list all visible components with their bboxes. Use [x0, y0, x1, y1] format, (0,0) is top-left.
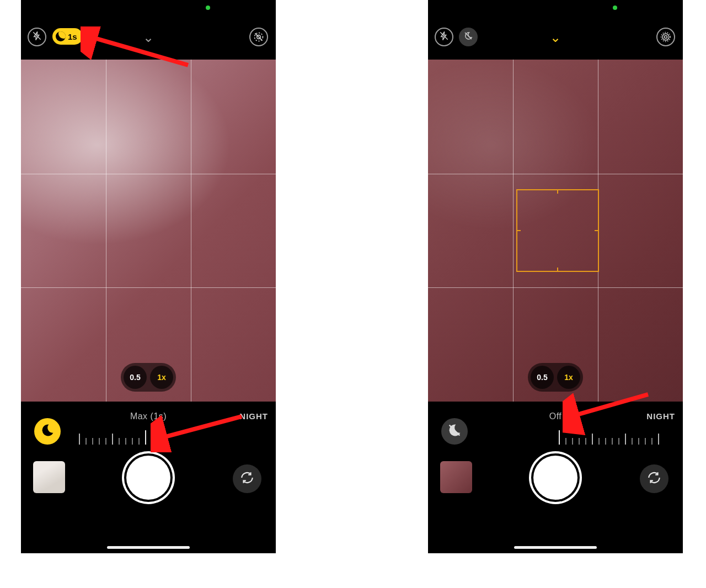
phone-left: 1s ⌄ 0.5	[21, 0, 276, 553]
viewfinder-background	[21, 60, 276, 402]
grid-line	[513, 60, 514, 402]
viewfinder-right[interactable]: 0.5 1x	[428, 60, 683, 402]
zoom-tray: 0.5 1x	[121, 363, 176, 392]
night-mode-toggle[interactable]	[441, 418, 468, 445]
zoom-wide-label: 0.5	[130, 373, 140, 382]
zoom-wide-button[interactable]: 0.5	[531, 366, 554, 389]
phone-right: ⌄ 0.5	[428, 0, 683, 553]
switch-camera-icon	[647, 471, 661, 487]
camera-mode-label[interactable]: NIGHT	[646, 411, 675, 421]
comparison-stage: 1s ⌄ 0.5	[21, 0, 685, 553]
flash-off-icon	[32, 31, 42, 43]
grid-line	[106, 60, 106, 402]
grid-line	[428, 174, 683, 174]
svg-line-3	[255, 33, 262, 40]
night-mode-slider[interactable]	[556, 428, 683, 445]
viewfinder-left[interactable]: 0.5 1x	[21, 60, 276, 402]
top-toolbar-left: 1s ⌄	[21, 21, 276, 49]
night-mode-duration: 1s	[68, 32, 77, 41]
night-mode-status: Max (1s)	[130, 411, 167, 421]
live-photo-icon	[660, 31, 671, 42]
controls-chevron[interactable]: ⌄	[143, 31, 154, 44]
live-photo-off-icon	[253, 31, 264, 42]
chevron-down-icon: ⌄	[143, 30, 154, 45]
grid-line	[21, 174, 276, 174]
night-mode-icon	[40, 423, 55, 440]
moon-icon	[56, 31, 66, 41]
night-mode-duration-badge[interactable]: 1s	[52, 28, 83, 45]
live-photo-button[interactable]	[656, 28, 675, 46]
camera-mode-label[interactable]: NIGHT	[239, 411, 268, 421]
flash-off-button[interactable]	[435, 28, 453, 46]
mode-bar: Max (1s) NIGHT	[21, 402, 276, 446]
zoom-wide-label: 0.5	[537, 373, 547, 382]
focus-indicator[interactable]	[516, 189, 599, 272]
switch-camera-button[interactable]	[233, 464, 261, 493]
chevron-down-icon: ⌄	[550, 30, 561, 45]
grid-line	[21, 287, 276, 288]
controls-chevron[interactable]: ⌄	[550, 31, 561, 44]
mode-bar: Off NIGHT	[428, 402, 683, 446]
night-mode-status: Off	[549, 411, 562, 421]
zoom-tray: 0.5 1x	[528, 363, 583, 392]
switch-camera-button[interactable]	[640, 464, 668, 493]
flash-off-button[interactable]	[28, 28, 46, 46]
bottom-controls	[21, 446, 276, 523]
switch-camera-icon	[240, 471, 254, 487]
home-indicator[interactable]	[107, 546, 190, 549]
bottom-controls	[428, 446, 683, 523]
top-toolbar-right: ⌄	[428, 21, 683, 49]
shutter-button[interactable]	[533, 456, 577, 500]
grid-line	[191, 60, 191, 402]
zoom-wide-button[interactable]: 0.5	[124, 366, 147, 389]
grid-line	[428, 287, 683, 288]
svg-point-7	[662, 34, 669, 40]
zoom-main-label: 1x	[564, 373, 573, 382]
photo-thumbnail[interactable]	[440, 461, 472, 493]
night-mode-off-button[interactable]	[459, 28, 478, 46]
zoom-main-button[interactable]: 1x	[557, 366, 580, 389]
night-mode-icon	[447, 423, 462, 440]
night-mode-off-icon	[463, 31, 473, 43]
night-mode-toggle[interactable]	[34, 418, 61, 445]
camera-active-indicator	[613, 6, 617, 10]
home-indicator[interactable]	[514, 546, 597, 549]
zoom-main-label: 1x	[157, 373, 166, 382]
night-mode-slider[interactable]	[76, 428, 220, 445]
photo-thumbnail[interactable]	[33, 461, 65, 493]
camera-active-indicator	[206, 6, 210, 10]
svg-point-6	[665, 36, 667, 39]
shutter-button[interactable]	[126, 456, 170, 500]
zoom-main-button[interactable]: 1x	[150, 366, 173, 389]
flash-off-icon	[439, 31, 449, 43]
live-photo-off-button[interactable]	[249, 28, 268, 46]
